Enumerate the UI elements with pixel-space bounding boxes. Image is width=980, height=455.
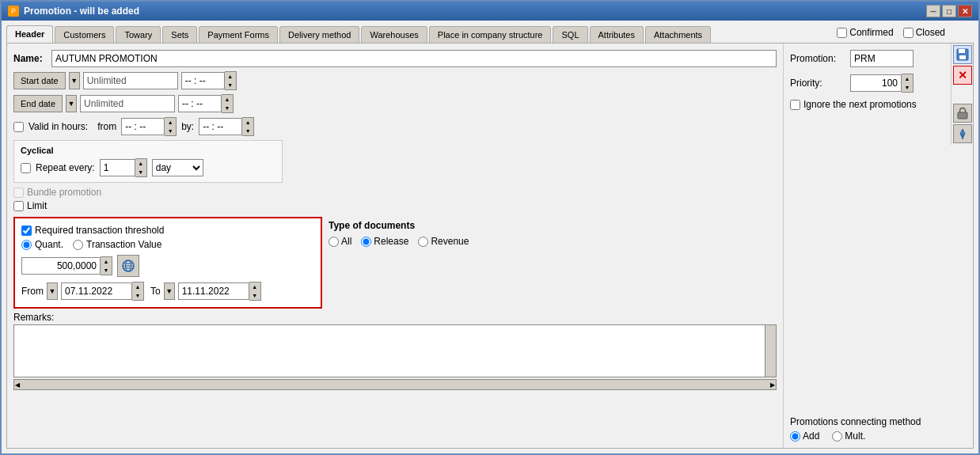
threshold-checkbox[interactable] [21, 226, 32, 236]
close-action-button[interactable]: ✕ [953, 66, 972, 85]
end-date-arrow[interactable]: ▼ [66, 95, 77, 112]
by-time-down[interactable]: ▼ [242, 127, 253, 135]
to-date-spin: ▲ ▼ [178, 282, 261, 301]
mult-radio[interactable] [832, 431, 842, 442]
add-radio-label[interactable]: Add [790, 430, 819, 442]
end-time-down[interactable]: ▼ [222, 104, 233, 112]
threshold-value-input[interactable] [21, 257, 101, 275]
tab-payment-forms[interactable]: Payment Forms [199, 26, 278, 43]
repeat-unit-select[interactable]: day [152, 159, 203, 176]
by-time-input[interactable] [199, 118, 242, 135]
from-date-spin: ▲ ▼ [61, 282, 144, 301]
valid-hours-row: Valid in hours: from ▲ ▼ by: ▲ [13, 117, 777, 136]
tab-attributes[interactable]: Attributes [590, 26, 644, 43]
threshold-radio-row: Quant. Transaction Value [21, 239, 314, 250]
from-time-down[interactable]: ▼ [165, 127, 176, 135]
start-time-up[interactable]: ▲ [225, 72, 236, 81]
remarks-textarea[interactable] [14, 325, 765, 377]
to-date-down[interactable]: ▼ [249, 291, 260, 300]
tab-sql[interactable]: SQL [553, 26, 587, 43]
limit-label-row[interactable]: Limit [13, 200, 777, 211]
globe-button[interactable] [117, 255, 139, 277]
end-time-input[interactable] [178, 95, 222, 112]
from-date-down[interactable]: ▼ [132, 291, 143, 300]
tab-place-company[interactable]: Place in company structure [429, 26, 552, 43]
priority-up[interactable]: ▲ [902, 74, 913, 83]
hscroll-right-arrow[interactable]: ▶ [770, 381, 775, 389]
left-form: Name: Start date ▼ ▲ ▼ [7, 44, 783, 448]
tab-sets[interactable]: Sets [162, 26, 197, 43]
tab-towary[interactable]: Towary [116, 26, 161, 43]
start-date-button[interactable]: Start date [13, 72, 66, 89]
closed-checkbox-label[interactable]: Closed [903, 27, 945, 38]
threshold-down[interactable]: ▼ [101, 266, 112, 275]
remarks-hscrollbar[interactable]: ◀ ▶ [13, 379, 777, 390]
repeat-value-input[interactable] [100, 159, 135, 176]
confirmed-checkbox[interactable] [837, 28, 847, 38]
start-time-input[interactable] [181, 72, 225, 89]
remarks-scrollbar[interactable] [765, 325, 776, 377]
bundle-label-row[interactable]: Bundle promotion [13, 187, 777, 198]
from-date-arrow[interactable]: ▼ [47, 282, 58, 300]
promotion-input[interactable] [850, 50, 914, 67]
repeat-down[interactable]: ▼ [135, 168, 146, 176]
from-time-input[interactable] [121, 118, 165, 135]
tab-customers[interactable]: Customers [55, 26, 114, 43]
restore-button[interactable]: □ [942, 5, 956, 17]
save-icon [956, 48, 969, 61]
right-panel: Promotion: Priority: ▲ ▼ [783, 44, 973, 448]
repeat-checkbox[interactable] [21, 163, 31, 173]
priority-input[interactable] [850, 74, 902, 92]
end-date-input[interactable] [80, 95, 175, 112]
from-time-up[interactable]: ▲ [165, 118, 176, 127]
start-date-arrow[interactable]: ▼ [69, 72, 80, 89]
tab-warehouses[interactable]: Warehouses [361, 26, 427, 43]
save-button[interactable] [953, 45, 972, 64]
from-date-input[interactable] [61, 282, 132, 300]
by-time-up[interactable]: ▲ [242, 118, 253, 127]
transaction-radio[interactable] [73, 240, 83, 250]
hscroll-left-arrow[interactable]: ◀ [15, 381, 20, 389]
ignore-checkbox-label[interactable]: Ignore the next promotions [790, 99, 967, 110]
bundle-checkbox[interactable] [13, 188, 24, 198]
revenue-radio[interactable] [418, 237, 428, 247]
revenue-radio-label[interactable]: Revenue [418, 236, 469, 247]
to-date-input[interactable] [178, 282, 249, 300]
priority-down[interactable]: ▼ [902, 83, 913, 92]
limit-checkbox[interactable] [13, 201, 24, 211]
closed-checkbox[interactable] [903, 28, 914, 38]
tab-header[interactable]: Header [6, 25, 53, 43]
start-time-down[interactable]: ▼ [225, 81, 236, 89]
app-icon: P [8, 6, 19, 17]
to-date-up[interactable]: ▲ [249, 282, 260, 291]
minimize-button[interactable]: ─ [926, 5, 940, 17]
pin-button[interactable] [953, 124, 972, 143]
tab-delivery-method[interactable]: Delivery method [279, 26, 359, 43]
quant-radio[interactable] [21, 240, 32, 250]
closed-label: Closed [916, 27, 945, 38]
end-date-button[interactable]: End date [13, 95, 63, 112]
start-date-input[interactable] [83, 72, 178, 89]
name-input[interactable] [51, 50, 777, 67]
ignore-checkbox[interactable] [790, 100, 800, 110]
repeat-up[interactable]: ▲ [135, 159, 146, 168]
release-radio[interactable] [361, 237, 371, 247]
close-button[interactable]: ✕ [958, 5, 972, 17]
add-radio[interactable] [790, 431, 800, 442]
tab-attachments[interactable]: Attachments [645, 26, 711, 43]
valid-hours-checkbox[interactable] [13, 122, 24, 132]
add-label: Add [803, 430, 819, 442]
from-date-up[interactable]: ▲ [132, 282, 143, 291]
all-radio-label[interactable]: All [329, 236, 351, 247]
mult-radio-label[interactable]: Mult. [832, 430, 865, 442]
name-row: Name: [13, 50, 777, 67]
end-time-up[interactable]: ▲ [222, 95, 233, 104]
threshold-value-row: ▲ ▼ [21, 255, 314, 277]
bundle-label: Bundle promotion [27, 187, 101, 198]
confirmed-checkbox-label[interactable]: Confirmed [837, 27, 893, 38]
to-date-arrow[interactable]: ▼ [164, 282, 175, 300]
threshold-up[interactable]: ▲ [101, 257, 112, 266]
all-radio[interactable] [329, 237, 339, 247]
release-radio-label[interactable]: Release [361, 236, 408, 247]
lock-button[interactable] [953, 104, 972, 123]
